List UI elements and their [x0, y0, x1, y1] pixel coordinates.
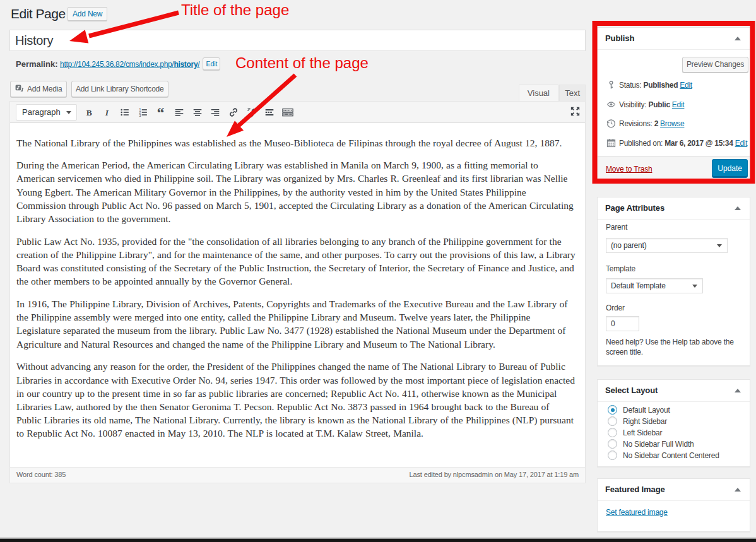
page-title-input[interactable] — [9, 30, 586, 51]
chevron-down-icon — [66, 111, 71, 114]
fullscreen-icon — [569, 105, 581, 120]
bullet-list-button[interactable] — [116, 104, 134, 121]
publish-row-revisions: Revisions: 2 Browse — [606, 118, 684, 129]
italic-button[interactable]: I — [98, 104, 117, 121]
order-input[interactable] — [606, 316, 639, 331]
layout-option[interactable]: Right Sidebar — [608, 416, 667, 428]
publish-row-status: Status: Published Edit — [606, 80, 692, 90]
parent-label: Parent — [606, 223, 627, 232]
annotation-content-label: Content of the page — [235, 54, 369, 72]
layout-option[interactable]: Default Layout — [608, 405, 670, 416]
italic-icon: I — [102, 107, 113, 118]
publish-row-visibility: Visibility: Public Edit — [606, 99, 684, 110]
revisions-icon — [606, 118, 617, 129]
content-paragraph: In 1916, The Philippine Library, Divisio… — [16, 297, 576, 351]
editor: Paragraph BI123“ The National Library of… — [9, 101, 586, 468]
permalink-edit-button[interactable]: Edit — [203, 57, 220, 70]
keyboard-button[interactable] — [279, 104, 297, 121]
add-link-library-shortcode-button[interactable]: Add Link Library Shortcode — [71, 81, 168, 97]
tab-text[interactable]: Text — [559, 85, 586, 101]
publish-row-link[interactable]: Edit — [735, 139, 748, 148]
permalink-link[interactable]: http://104.245.36.82/cms/index.php/histo… — [60, 60, 199, 69]
select-layout-header[interactable]: Select Layout — [598, 380, 750, 402]
fullscreen-button[interactable] — [566, 104, 584, 121]
align-center-button[interactable] — [189, 104, 207, 121]
publish-row-link[interactable]: Edit — [672, 100, 685, 109]
parent-select-value: (no parent) — [611, 241, 647, 250]
template-label: Template — [606, 264, 635, 273]
page-attributes-title: Page Attributes — [605, 203, 664, 213]
editor-statusbar: Word count: 385 Last edited by nlpcmsadm… — [9, 468, 586, 483]
content-paragraph: The National Library of the Philippines … — [16, 136, 576, 150]
featured-image-box: Featured Image Set featured image — [597, 478, 750, 532]
chevron-down-icon — [717, 244, 722, 247]
svg-text:3: 3 — [139, 114, 141, 117]
publish-footer: Move to Trash Update — [598, 156, 750, 181]
add-new-button[interactable]: Add New — [68, 7, 107, 21]
unlink-button[interactable] — [242, 104, 261, 121]
collapse-triangle-icon[interactable] — [735, 488, 741, 492]
layout-option[interactable]: Left Sidebar — [608, 428, 662, 439]
publish-row-link[interactable]: Edit — [680, 81, 692, 90]
blockquote-button[interactable]: “ — [152, 104, 170, 121]
publish-row-publishedon: Published on: Mar 6, 2017 @ 15:34 Edit — [606, 138, 747, 148]
publish-row-link[interactable]: Browse — [660, 119, 684, 128]
update-button[interactable]: Update — [712, 159, 748, 178]
radio-unchecked-icon[interactable] — [608, 428, 617, 437]
publish-box-header[interactable]: Publish — [598, 28, 750, 50]
permalink-slug: history — [174, 60, 198, 69]
more-tag-button[interactable] — [261, 104, 279, 121]
move-to-trash-link[interactable]: Move to Trash — [606, 165, 652, 174]
template-select-value: Default Template — [611, 281, 666, 290]
wordpress-edit-page-screen: Edit Page Add New Permalink: http://104.… — [0, 0, 756, 542]
radio-unchecked-icon[interactable] — [608, 439, 617, 449]
collapse-triangle-icon[interactable] — [735, 37, 741, 40]
blockquote-icon: “ — [156, 107, 167, 118]
featured-image-header[interactable]: Featured Image — [598, 479, 750, 501]
align-left-button[interactable] — [170, 104, 189, 121]
layout-option[interactable]: No Sidebar Full Width — [608, 439, 694, 451]
template-select[interactable]: Default Template — [606, 278, 703, 293]
annotation-title-label: Title of the page — [181, 1, 289, 19]
publish-box: Publish Preview Changes Status: Publishe… — [597, 27, 750, 181]
add-media-button[interactable]: Add Media — [10, 81, 67, 97]
last-edited: Last edited by nlpcmsadmin on May 17, 20… — [410, 471, 579, 478]
bold-button[interactable]: B — [80, 104, 98, 121]
page-attributes-box: Page Attributes Parent (no parent) Templ… — [597, 197, 750, 366]
editor-content[interactable]: The National Library of the Philippines … — [10, 123, 585, 467]
publish-box-title: Publish — [605, 33, 634, 43]
select-layout-title: Select Layout — [605, 386, 658, 395]
radio-checked-icon[interactable] — [608, 405, 617, 415]
content-paragraph: During the American Period, the American… — [16, 158, 576, 225]
page-attributes-help: Need help? Use the Help tab above the sc… — [606, 338, 741, 357]
collapse-triangle-icon[interactable] — [735, 389, 741, 392]
bullet-list-icon — [119, 107, 131, 118]
set-featured-image-link[interactable]: Set featured image — [606, 508, 668, 517]
radio-unchecked-icon[interactable] — [608, 416, 617, 426]
tab-visual[interactable]: Visual — [519, 85, 558, 101]
parent-select[interactable]: (no parent) — [606, 238, 728, 253]
layout-option[interactable]: No Sidebar Content Centered — [608, 451, 719, 462]
svg-text:B: B — [86, 108, 92, 117]
unlink-icon — [246, 107, 257, 118]
preview-changes-button[interactable]: Preview Changes — [682, 57, 748, 73]
align-right-icon — [210, 107, 221, 118]
editor-toolbar: Paragraph BI123“ — [10, 102, 585, 123]
numbered-list-button[interactable]: 123 — [134, 104, 153, 121]
calendar-icon — [606, 138, 617, 148]
more-tag-icon — [264, 107, 275, 118]
content-paragraph: Without advancing any reason for the ord… — [16, 360, 576, 440]
permalink-url-prefix: http://104.245.36.82/cms/index.php/ — [60, 60, 174, 69]
radio-unchecked-icon[interactable] — [608, 451, 617, 460]
word-count: Word count: 385 — [16, 471, 66, 478]
permalink-url-suffix: / — [198, 60, 199, 69]
align-right-button[interactable] — [206, 104, 225, 121]
page-attributes-header[interactable]: Page Attributes — [598, 197, 750, 220]
format-select[interactable]: Paragraph — [16, 104, 77, 121]
link-button[interactable] — [225, 104, 243, 121]
bottom-edge-strip — [0, 538, 756, 542]
collapse-triangle-icon[interactable] — [735, 206, 741, 210]
key-icon — [606, 80, 617, 90]
keyboard-icon — [281, 107, 294, 118]
select-layout-box: Select Layout Default LayoutRight Sideba… — [597, 379, 750, 467]
